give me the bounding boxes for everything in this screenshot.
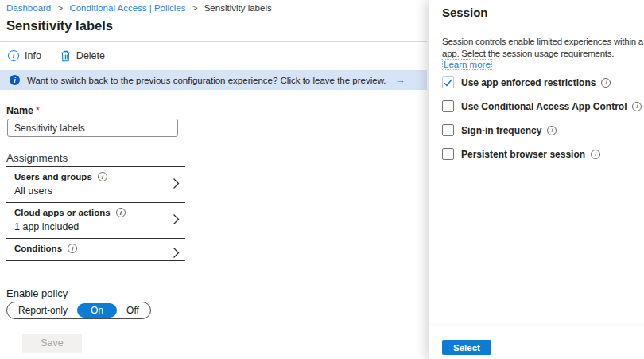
- preview-banner[interactable]: i Want to switch back to the previous co…: [0, 70, 427, 90]
- assignments-heading: Assignments: [6, 152, 68, 164]
- name-label-text: Name: [6, 105, 33, 116]
- users-and-groups-row[interactable]: Users and groups i All users: [6, 166, 185, 202]
- info-filled-icon: i: [10, 75, 20, 85]
- description-line: app. Select the session usage requiremen…: [442, 48, 644, 60]
- banner-text: Want to switch back to the previous conf…: [27, 76, 386, 85]
- breadcrumb: Dashboard > Conditional Access | Policie…: [6, 3, 272, 13]
- info-icon[interactable]: i: [68, 244, 77, 253]
- save-button[interactable]: Save: [22, 334, 82, 353]
- breadcrumb-current: Sensitivity labels: [204, 3, 272, 13]
- info-icon[interactable]: i: [116, 208, 126, 217]
- session-panel: Session Session controls enable limited …: [429, 0, 644, 359]
- info-icon[interactable]: i: [98, 172, 107, 181]
- toggle-option-report-only[interactable]: Report-only: [9, 303, 77, 318]
- cloud-apps-label: Cloud apps or actions: [14, 208, 111, 217]
- info-icon[interactable]: i: [591, 150, 600, 159]
- checkbox-icon: [442, 76, 454, 88]
- enable-policy-toggle: Report-only On Off: [6, 302, 151, 319]
- chevron-right-icon: [173, 178, 180, 192]
- checkbox-label: Use app enforced restrictions: [461, 77, 596, 88]
- breadcrumb-separator: >: [57, 3, 63, 13]
- info-button-label: Info: [25, 50, 41, 61]
- checkbox-label: Use Conditional Access App Control: [461, 101, 627, 112]
- cloud-apps-or-actions-row[interactable]: Cloud apps or actions i 1 app included: [6, 202, 185, 238]
- toolbar: i Info Delete: [8, 45, 105, 66]
- conditions-row[interactable]: Conditions i: [6, 238, 185, 260]
- name-label: Name*: [6, 105, 40, 116]
- cloud-apps-value: 1 app included: [14, 221, 169, 232]
- session-panel-description: Session controls enable limited experien…: [442, 36, 644, 60]
- info-icon[interactable]: i: [601, 78, 611, 88]
- conditions-label: Conditions: [14, 244, 62, 253]
- checkbox-icon: [442, 148, 454, 160]
- toggle-option-off[interactable]: Off: [117, 303, 149, 318]
- checkbox-use-conditional-access-app-control[interactable]: Use Conditional Access App Control i: [442, 100, 642, 112]
- checkbox-persistent-browser-session[interactable]: Persistent browser session i: [442, 148, 642, 160]
- panel-footer: Select: [429, 326, 644, 359]
- assignments-section: Users and groups i All users Cloud apps …: [6, 166, 185, 261]
- toggle-option-on[interactable]: On: [77, 303, 117, 318]
- checkbox-icon: [442, 124, 454, 136]
- chevron-right-icon: [173, 214, 180, 228]
- page-title: Sensitivity labels: [6, 18, 113, 33]
- description-line: Session controls enable limited experien…: [442, 36, 644, 48]
- learn-more-link[interactable]: Learn more: [442, 59, 492, 70]
- breadcrumb-conditional-access-policies[interactable]: Conditional Access | Policies: [69, 3, 185, 13]
- info-icon[interactable]: i: [632, 102, 642, 111]
- info-button[interactable]: i Info: [8, 50, 41, 61]
- checkbox-label: Persistent browser session: [461, 149, 585, 160]
- delete-button[interactable]: Delete: [60, 50, 105, 62]
- session-panel-title: Session: [442, 6, 488, 19]
- users-and-groups-value: All users: [14, 185, 169, 197]
- trash-icon: [60, 50, 71, 62]
- checkbox-icon: [442, 100, 454, 112]
- users-and-groups-label: Users and groups: [14, 172, 92, 181]
- breadcrumb-dashboard[interactable]: Dashboard: [6, 3, 51, 13]
- info-icon[interactable]: i: [547, 126, 557, 135]
- session-checkbox-list: Use app enforced restrictions i Use Cond…: [442, 76, 642, 172]
- breadcrumb-separator: >: [192, 3, 198, 13]
- checkbox-sign-in-frequency[interactable]: Sign-in frequency i: [442, 124, 642, 136]
- checkbox-use-app-enforced-restrictions[interactable]: Use app enforced restrictions i: [442, 76, 642, 88]
- delete-button-label: Delete: [76, 50, 105, 61]
- required-asterisk: *: [36, 105, 40, 116]
- main-content: Dashboard > Conditional Access | Policie…: [0, 0, 429, 359]
- enable-policy-label: Enable policy: [6, 287, 68, 299]
- info-icon: i: [8, 50, 19, 61]
- chevron-right-icon: [173, 247, 180, 260]
- checkbox-label: Sign-in frequency: [461, 125, 541, 136]
- arrow-right-icon: →: [395, 74, 405, 86]
- name-input[interactable]: [7, 119, 178, 137]
- select-button[interactable]: Select: [442, 340, 491, 355]
- title-divider: [0, 41, 427, 42]
